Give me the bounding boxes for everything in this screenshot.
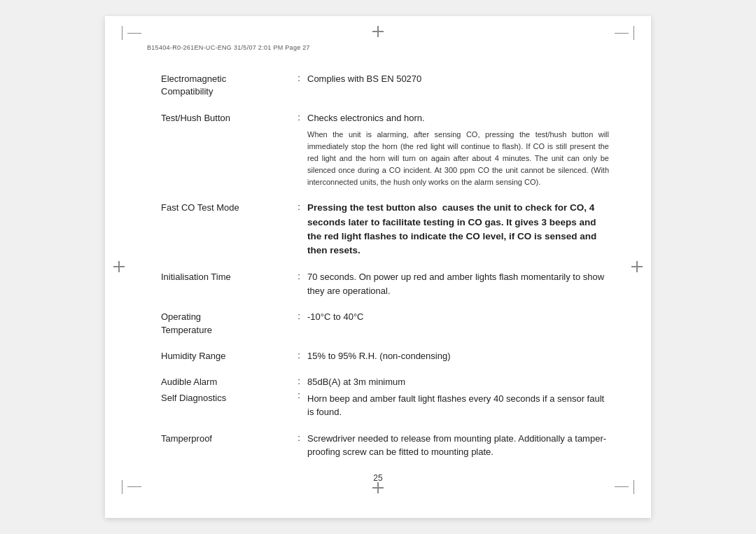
registration-right [631, 261, 643, 272]
value-fast-co: Pressing the test button also causes the… [307, 201, 609, 258]
header-text: B15404-R0-261EN-UC-ENG 31/5/07 2:01 PM P… [147, 44, 310, 51]
page-number: 25 [147, 473, 609, 483]
value-test-hush: Checks electronics and horn. When the un… [307, 111, 609, 189]
colon-humidity: : [290, 349, 307, 360]
row-operating-temp: Operating Temperature : -10°C to 40°C [161, 310, 609, 336]
registration-top [372, 26, 384, 37]
label-audible-alarm: Audible Alarm [161, 375, 290, 388]
sub-text-test-hush: When the unit is alarming, after sensing… [307, 129, 609, 188]
text-electromagnetic: Complies with BS EN 50270 [307, 73, 421, 84]
content: Electromagnetic Compatibility : Complies… [161, 72, 609, 458]
main-text-test-hush: Checks electronics and horn. [307, 111, 609, 125]
value-operating-temp: -10°C to 40°C [307, 310, 609, 324]
text-humidity: 15% to 95% R.H. (non-condensing) [307, 351, 451, 361]
text-self-diagnostics: Horn beep and amber fault light flashes … [307, 393, 604, 418]
colon-initialisation: : [290, 270, 307, 281]
row-fast-co: Fast CO Test Mode : Pressing the test bu… [161, 201, 609, 258]
label-electromagnetic: Electromagnetic Compatibility [161, 72, 290, 98]
text-fast-co: Pressing the test button also causes the… [307, 202, 596, 255]
row-audible-self: Audible Alarm Self Diagnostics : : 85dB(… [161, 375, 609, 419]
value-tamperproof: Screwdriver needed to release from mount… [307, 432, 609, 459]
row-electromagnetic: Electromagnetic Compatibility : Complies… [161, 72, 609, 98]
registration-left [113, 261, 125, 272]
colon-audible: : [290, 375, 307, 386]
header-bar: B15404-R0-261EN-UC-ENG 31/5/07 2:01 PM P… [147, 44, 609, 51]
text-operating-temp: -10°C to 40°C [307, 311, 364, 322]
registration-bottom [372, 482, 384, 493]
label-humidity: Humidity Range [161, 349, 290, 363]
label-test-hush: Test/Hush Button [161, 111, 290, 125]
row-initialisation: Initialisation Time : 70 seconds. On pow… [161, 270, 609, 297]
page: B15404-R0-261EN-UC-ENG 31/5/07 2:01 PM P… [105, 16, 651, 517]
text-initialisation: 70 seconds. On power up red and amber li… [307, 272, 604, 296]
row-tamperproof: Tamperproof : Screwdriver needed to rele… [161, 432, 609, 459]
label-tamperproof: Tamperproof [161, 432, 290, 445]
label-self-diagnostics: Self Diagnostics [161, 391, 290, 405]
label-operating-temp: Operating Temperature [161, 310, 290, 336]
value-humidity: 15% to 95% R.H. (non-condensing) [307, 349, 609, 363]
colon-operating-temp: : [290, 310, 307, 321]
row-test-hush: Test/Hush Button : Checks electronics an… [161, 111, 609, 189]
label-fast-co: Fast CO Test Mode [161, 201, 290, 214]
label-initialisation: Initialisation Time [161, 270, 290, 283]
colon-fast-co: : [290, 201, 307, 212]
page-number-text: 25 [373, 473, 382, 483]
colon-electromagnetic: : [290, 72, 307, 83]
value-electromagnetic: Complies with BS EN 50270 [307, 72, 609, 86]
colon-self-diag: : [290, 389, 307, 400]
value-audible-alarm: 85dB(A) at 3m minimum [307, 375, 609, 389]
text-audible-alarm: 85dB(A) at 3m minimum [307, 377, 405, 387]
colon-tamperproof: : [290, 432, 307, 443]
colon-test-hush: : [290, 111, 307, 122]
text-tamperproof: Screwdriver needed to release from mount… [307, 433, 606, 458]
value-initialisation: 70 seconds. On power up red and amber li… [307, 270, 609, 297]
value-self-diagnostics: Horn beep and amber fault light flashes … [307, 392, 609, 419]
row-humidity: Humidity Range : 15% to 95% R.H. (non-co… [161, 349, 609, 363]
